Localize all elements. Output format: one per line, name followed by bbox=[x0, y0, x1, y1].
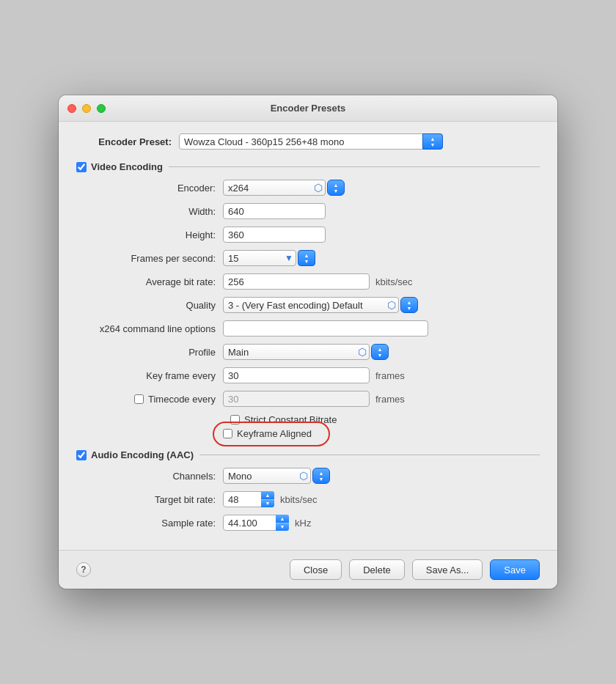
height-input[interactable] bbox=[223, 227, 326, 243]
save-as-button[interactable]: Save As... bbox=[412, 559, 483, 580]
sample-rate-decrement[interactable]: ▼ bbox=[276, 523, 289, 532]
keyframe-aligned-text: Keyframe Aligned bbox=[237, 428, 312, 439]
quality-label: Quality bbox=[76, 300, 223, 311]
height-label: Height: bbox=[76, 229, 223, 240]
x264-input[interactable] bbox=[223, 320, 428, 337]
keyframe-unit: frames bbox=[375, 370, 405, 381]
encoder-row: Encoder: x264 ⬡ ▲ ▼ bbox=[76, 180, 540, 196]
timecode-checkbox[interactable] bbox=[134, 394, 144, 404]
footer: ? Close Delete Save As... Save bbox=[59, 550, 557, 589]
target-bitrate-unit: kbits/sec bbox=[280, 494, 318, 505]
height-row: Height: bbox=[76, 227, 540, 243]
keyframe-row: Key frame every frames bbox=[76, 367, 540, 383]
encoder-preset-dropdown-btn[interactable]: ▲ ▼ bbox=[422, 133, 443, 150]
strict-bitrate-row: Strict Constant Bitrate bbox=[230, 414, 540, 425]
sample-rate-row: Sample rate: ▲ ▼ kHz bbox=[76, 515, 540, 531]
traffic-lights bbox=[67, 104, 106, 113]
x264-row: x264 command line options bbox=[76, 320, 540, 337]
titlebar: Encoder Presets bbox=[59, 95, 557, 122]
video-encoding-checkbox[interactable] bbox=[76, 162, 87, 172]
sample-rate-label: Sample rate: bbox=[76, 518, 223, 529]
audio-section-divider bbox=[199, 455, 540, 455]
sample-rate-stepper-buttons: ▲ ▼ bbox=[276, 515, 289, 531]
sample-rate-increment[interactable]: ▲ bbox=[276, 515, 289, 523]
quality-select[interactable]: 3 - (Very Fast encoding) Default bbox=[223, 297, 399, 313]
profile-select[interactable]: Main bbox=[223, 344, 370, 360]
target-bitrate-row: Target bit rate: ▲ ▼ kbits/sec bbox=[76, 491, 540, 507]
encoder-preset-row: Encoder Preset: ▲ ▼ bbox=[76, 133, 540, 150]
quality-select-wrapper: 3 - (Very Fast encoding) Default ⬡ bbox=[223, 297, 399, 313]
target-bitrate-stepper-buttons: ▲ ▼ bbox=[261, 491, 274, 507]
encoder-preset-label: Encoder Preset: bbox=[76, 136, 179, 147]
encoder-stepper-btn[interactable]: ▲ ▼ bbox=[327, 180, 345, 196]
fps-select[interactable]: 15 bbox=[223, 250, 296, 266]
audio-encoding-section-header: Audio Encoding (AAC) bbox=[76, 449, 540, 460]
fps-label: Frames per second: bbox=[76, 253, 223, 264]
timecode-checkbox-area: Timecode every bbox=[76, 394, 223, 405]
width-row: Width: bbox=[76, 203, 540, 219]
audio-encoding-checkbox-label[interactable]: Audio Encoding (AAC) bbox=[76, 449, 194, 460]
window-title: Encoder Presets bbox=[271, 103, 346, 114]
encoder-preset-input[interactable] bbox=[179, 133, 443, 150]
target-bitrate-increment[interactable]: ▲ bbox=[261, 491, 274, 500]
quality-row: Quality 3 - (Very Fast encoding) Default… bbox=[76, 297, 540, 313]
strict-bitrate-text: Strict Constant Bitrate bbox=[244, 414, 337, 425]
audio-encoding-checkbox[interactable] bbox=[76, 450, 87, 460]
fps-select-wrapper: 15 ▼ bbox=[223, 250, 296, 266]
keyframe-input[interactable] bbox=[223, 367, 370, 383]
target-bitrate-decrement[interactable]: ▼ bbox=[261, 500, 274, 508]
window-content: Encoder Preset: ▲ ▼ Video Encoding Encod… bbox=[59, 122, 557, 550]
channels-select-wrapper: Mono ⬡ bbox=[223, 468, 311, 484]
strict-bitrate-label[interactable]: Strict Constant Bitrate bbox=[230, 414, 337, 425]
keyframe-aligned-checkbox[interactable] bbox=[223, 429, 232, 438]
profile-stepper-btn[interactable]: ▲ ▼ bbox=[371, 344, 389, 360]
timecode-unit: frames bbox=[375, 394, 405, 405]
width-input[interactable] bbox=[223, 203, 326, 219]
save-button[interactable]: Save bbox=[490, 559, 540, 580]
sample-rate-stepper-wrapper: ▲ ▼ bbox=[223, 515, 289, 531]
close-button[interactable]: Close bbox=[290, 559, 342, 580]
quality-stepper-btn[interactable]: ▲ ▼ bbox=[400, 297, 418, 313]
avg-bitrate-unit: kbits/sec bbox=[375, 276, 413, 287]
encoder-select[interactable]: x264 bbox=[223, 180, 326, 196]
encoder-select-wrapper: x264 ⬡ bbox=[223, 180, 326, 196]
video-section-divider bbox=[169, 166, 540, 167]
avg-bitrate-label: Average bit rate: bbox=[76, 276, 223, 287]
video-encoding-checkbox-label[interactable]: Video Encoding bbox=[76, 161, 163, 172]
video-encoding-section-header: Video Encoding bbox=[76, 161, 540, 172]
audio-encoding-label: Audio Encoding (AAC) bbox=[91, 449, 194, 460]
channels-stepper-btn[interactable]: ▲ ▼ bbox=[312, 468, 330, 484]
timecode-row: Timecode every frames bbox=[76, 391, 540, 407]
keyframe-aligned-container: Keyframe Aligned bbox=[223, 428, 312, 439]
delete-button[interactable]: Delete bbox=[349, 559, 405, 580]
target-bitrate-label: Target bit rate: bbox=[76, 494, 223, 505]
timecode-input[interactable] bbox=[223, 391, 370, 407]
fps-stepper-btn[interactable]: ▲ ▼ bbox=[298, 250, 315, 266]
help-button[interactable]: ? bbox=[76, 562, 91, 577]
close-traffic-light[interactable] bbox=[67, 104, 76, 113]
video-encoding-label: Video Encoding bbox=[91, 161, 163, 172]
channels-label: Channels: bbox=[76, 471, 223, 482]
channels-row: Channels: Mono ⬡ ▲ ▼ bbox=[76, 468, 540, 484]
width-label: Width: bbox=[76, 206, 223, 217]
strict-bitrate-checkbox[interactable] bbox=[230, 415, 240, 424]
fps-row: Frames per second: 15 ▼ ▲ ▼ bbox=[76, 250, 540, 266]
keyframe-aligned-label[interactable]: Keyframe Aligned bbox=[223, 428, 312, 439]
keyframe-label: Key frame every bbox=[76, 370, 223, 381]
profile-label: Profile bbox=[76, 347, 223, 358]
encoder-label: Encoder: bbox=[76, 183, 223, 194]
avg-bitrate-input[interactable] bbox=[223, 273, 370, 290]
profile-select-wrapper: Main ⬡ bbox=[223, 344, 370, 360]
minimize-traffic-light[interactable] bbox=[82, 104, 91, 113]
x264-label: x264 command line options bbox=[76, 323, 223, 334]
sample-rate-unit: kHz bbox=[295, 518, 311, 529]
avg-bitrate-row: Average bit rate: kbits/sec bbox=[76, 273, 540, 290]
profile-row: Profile Main ⬡ ▲ ▼ bbox=[76, 344, 540, 360]
channels-select[interactable]: Mono bbox=[223, 468, 311, 484]
target-bitrate-stepper-wrapper: ▲ ▼ bbox=[223, 491, 274, 507]
keyframe-aligned-outer-row: Keyframe Aligned bbox=[76, 428, 540, 439]
encoder-presets-window: Encoder Presets Encoder Preset: ▲ ▼ Vide… bbox=[59, 95, 557, 589]
maximize-traffic-light[interactable] bbox=[97, 104, 106, 113]
timecode-label: Timecode every bbox=[148, 394, 216, 405]
encoder-preset-select-wrapper: ▲ ▼ bbox=[179, 133, 443, 150]
